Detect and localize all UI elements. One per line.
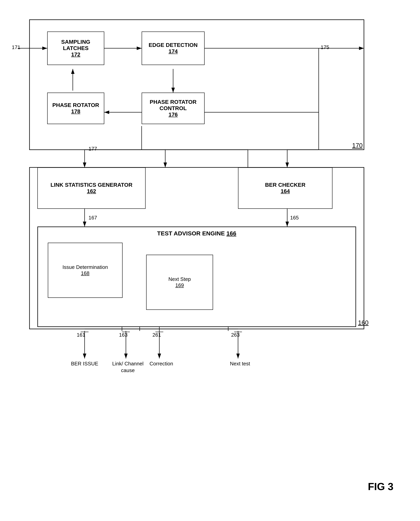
phase-rotator-control-box: PHASE ROTATOR CONTROL 176: [142, 93, 205, 124]
next-step-label: Next Step: [168, 276, 191, 282]
edge-detection-label: EDGE DETECTION: [149, 42, 198, 48]
issue-det-label: Issue Determination: [62, 264, 108, 270]
ber-issue-label: BER ISSUE: [71, 360, 98, 367]
label-263: 263: [231, 332, 240, 338]
label-177: 177: [89, 146, 97, 152]
link-stats-label: LINK STATISTICS GENERATOR: [51, 182, 132, 188]
ber-checker-label: BER CHECKER: [265, 182, 305, 188]
sampling-latches-box: SAMPLING LATCHES 172: [47, 31, 104, 65]
label-170: 170: [352, 142, 363, 149]
phase-rotator-control-ref: 176: [169, 111, 178, 118]
label-261: 261: [152, 332, 161, 338]
ber-checker-box: BER CHECKER 164: [238, 167, 332, 209]
link-stats-ref: 162: [87, 188, 96, 194]
next-step-box: Next Step 169: [146, 255, 213, 310]
phase-rotator-ref: 178: [71, 108, 81, 115]
sampling-latches-label: SAMPLING LATCHES: [50, 39, 102, 51]
label-175: 175: [321, 44, 329, 50]
label-160: 160: [358, 319, 368, 327]
correction-label: Correction: [148, 360, 175, 367]
issue-det-box: Issue Determination 168: [48, 243, 123, 298]
issue-det-ref: 168: [81, 270, 89, 276]
edge-detection-box: EDGE DETECTION 174: [142, 31, 205, 65]
next-step-ref: 169: [175, 282, 184, 288]
label-171: 171: [12, 44, 20, 50]
label-165: 165: [290, 215, 299, 221]
link-channel-label: Link/ Channel cause: [112, 360, 144, 374]
test-advisor-box: TEST ADVISOR ENGINE 166 Issue Determinat…: [37, 226, 356, 327]
fig-label: FIG 3: [368, 481, 393, 492]
ber-checker-ref: 164: [281, 188, 290, 194]
phase-rotator-control-label: PHASE ROTATOR CONTROL: [144, 99, 202, 111]
label-163: 163: [119, 332, 128, 338]
diagram-container: SAMPLING LATCHES 172 EDGE DETECTION 174 …: [12, 8, 405, 512]
edge-detection-ref: 174: [169, 48, 178, 54]
sampling-latches-ref: 172: [71, 51, 81, 58]
next-test-label: Next test: [228, 360, 252, 367]
label-161: 161: [77, 332, 85, 338]
phase-rotator-label: PHASE ROTATOR: [52, 102, 99, 108]
link-stats-box: LINK STATISTICS GENERATOR 162: [37, 167, 146, 209]
test-advisor-label: TEST ADVISOR ENGINE 166: [42, 230, 352, 237]
label-167: 167: [89, 215, 97, 221]
phase-rotator-box: PHASE ROTATOR 178: [47, 93, 104, 124]
